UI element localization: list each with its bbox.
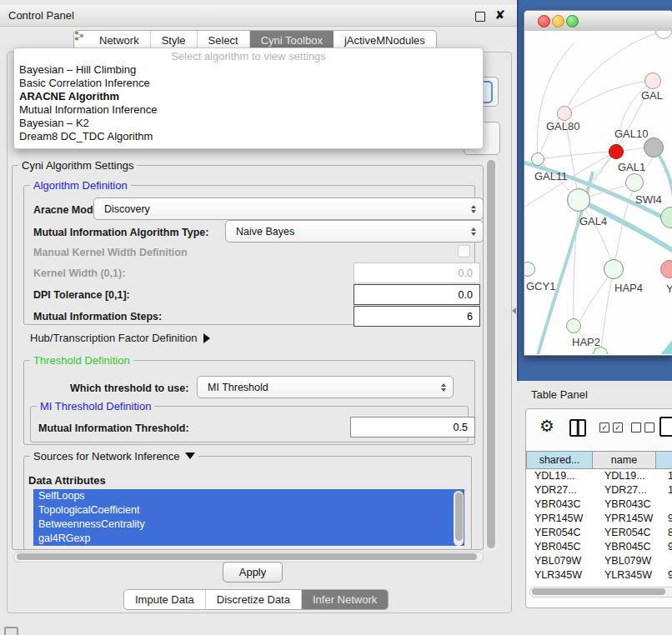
spinner-arrows-icon [441,383,446,392]
network-node[interactable] [660,207,672,228]
kernel-width-label: Kernel Width (0,1): [33,268,125,279]
attribute-item[interactable]: BetweennessCentrality [33,518,464,532]
algorithm-option[interactable]: Bayesian – K2 [14,117,483,130]
control-panel-titlebar: Control Panel ✘ [0,5,517,27]
table-row[interactable]: YDR27...YDR27...12 [528,483,672,498]
manual-kernel-checkbox[interactable] [458,245,470,258]
gear-icon[interactable]: ⚙ [539,416,554,436]
data-attributes-list: SelfLoops TopologicalCoefficient Between… [33,489,464,547]
aracne-mode-select[interactable]: Discovery [93,198,484,220]
network-node[interactable] [604,259,624,279]
network-node[interactable] [566,318,581,333]
select-all-checkboxes-icon[interactable]: ✓✓ [599,422,623,432]
network-node[interactable] [644,138,664,158]
which-threshold-select[interactable]: MI Threshold [197,376,454,398]
network-node-label: GAL [641,89,663,102]
table-row[interactable]: YBR043CYBR043C [528,498,672,512]
network-node[interactable] [557,106,572,121]
settings-vertical-scrollbar[interactable] [485,158,497,552]
close-icon[interactable]: ✘ [494,8,505,22]
table-row[interactable]: YLR345WYLR345W9. [528,568,672,582]
tab-impute-data[interactable]: Impute Data [124,590,206,609]
table-row[interactable]: YIL052CYIL052C9 [528,582,672,584]
column-header-sharedname[interactable]: shared... [526,451,593,469]
algorithm-option[interactable]: Bayesian – Hill Climbing [14,63,483,77]
attribute-list-scrollbar[interactable] [454,491,464,546]
new-table-icon[interactable] [659,417,672,437]
table-row[interactable]: YBL079WYBL079W [528,554,672,568]
table-row[interactable]: YPR145WYPR145W9. [528,512,672,526]
column-header-partial[interactable]: A [656,451,672,469]
table-cell: YPR145W [528,512,599,526]
table-header: shared... name A [526,451,672,469]
algorithm-option[interactable]: Dream8 DC_TDC Algorithm [14,130,483,143]
attribute-item[interactable]: gal4RGexp [33,532,464,546]
threshold-definition-title: Threshold Definition [30,354,133,367]
network-node[interactable] [660,260,672,278]
algorithm-option[interactable]: Basic Correlation Inference [14,77,483,90]
algorithm-option[interactable]: Mutual Information Inference [14,103,483,117]
column-header-name[interactable]: name [593,451,656,469]
network-node-label: GAL80 [546,120,579,132]
network-node[interactable] [625,173,644,192]
mi-threshold-input[interactable]: 0.5 [350,417,475,438]
table-cell: 9. [663,540,672,554]
table-cell: 8. [663,526,672,540]
network-node[interactable] [567,188,590,212]
panel-title: Control Panel [8,9,74,22]
manual-kernel-label: Manual Kernel Width Definition [33,247,188,258]
attribute-item[interactable]: SelfLoops [33,489,464,503]
network-window[interactable]: GALGAL80GAL10GAL1GAL11GAL4SWI4GCY1HAP4YH… [524,10,672,356]
network-canvas[interactable]: GALGAL80GAL10GAL1GAL11GAL4SWI4GCY1HAP4YH… [524,31,672,354]
table-panel: ⚙ ✓✓ shared... name A YDL19...YDL19...13… [525,408,672,608]
zoom-traffic-icon[interactable] [566,15,579,28]
which-threshold-label: Which threshold to use: [70,382,188,394]
deselect-all-checkboxes-icon[interactable] [631,422,654,432]
float-window-icon[interactable] [475,12,485,22]
table-cell: YBR043C [528,498,599,512]
panel-splitter-handle[interactable] [512,308,516,314]
network-node-label: HAP2 [572,336,600,348]
network-node[interactable] [531,152,544,166]
dpi-tolerance-input[interactable]: 0.0 [354,284,480,305]
network-nodes: GALGAL80GAL10GAL1GAL11GAL4SWI4GCY1HAP4YH… [524,31,672,354]
table-row[interactable]: YBR045CYBR045C9. [528,540,672,554]
close-traffic-icon[interactable] [538,15,550,28]
kernel-width-input[interactable]: 0.0 [354,262,480,283]
hub-definition-toggle[interactable]: Hub/Transcription Factor Definition [30,332,210,344]
spinner-arrows-icon [471,228,476,236]
tab-infer-network[interactable]: Infer Network [302,590,388,609]
mi-type-select[interactable]: Naive Bayes [225,220,484,242]
hub-definition-label: Hub/Transcription Factor Definition [30,332,197,344]
mi-steps-input[interactable]: 6 [354,306,480,327]
table-cell: YBR043C [599,498,663,512]
mi-type-value: Naive Bayes [236,226,294,238]
sources-group-toggle[interactable]: Sources for Network Inference [30,450,198,462]
attribute-item[interactable]: TopologicalCoefficient [33,503,464,518]
expand-right-icon [203,333,210,343]
table-row[interactable]: YER054CYER054C8. [528,526,672,540]
table-cell: 9. [663,512,672,526]
aracne-mode-label: Aracne Mode: [33,204,103,216]
algorithm-option-selected[interactable]: ARACNE Algorithm [14,90,483,103]
apply-button[interactable]: Apply [223,562,283,582]
network-node[interactable] [655,31,672,39]
table-cell: YIL052C [599,582,663,584]
minimize-traffic-icon[interactable] [552,15,564,28]
network-window-titlebar[interactable] [524,11,672,32]
dropdown-placeholder: Select algorithm to view settings [14,49,483,63]
network-node[interactable] [524,262,535,277]
network-node[interactable] [593,347,608,354]
tab-discretize-data[interactable]: Discretize Data [206,590,302,609]
table-cell [663,498,672,512]
minimized-panel-icon[interactable] [4,627,18,635]
network-icon [85,36,95,46]
table-rows: YDL19...YDL19...13YDR27...YDR27...12YBR0… [528,469,672,584]
mi-threshold-group-title: MI Threshold Definition [37,400,154,412]
table-horizontal-scrollbar[interactable] [529,587,672,598]
network-node[interactable] [644,72,661,89]
show-columns-icon[interactable] [569,419,586,437]
table-cell: YLR345W [528,568,599,582]
table-row[interactable]: YDL19...YDL19...13 [528,469,672,483]
network-node[interactable] [609,144,624,159]
